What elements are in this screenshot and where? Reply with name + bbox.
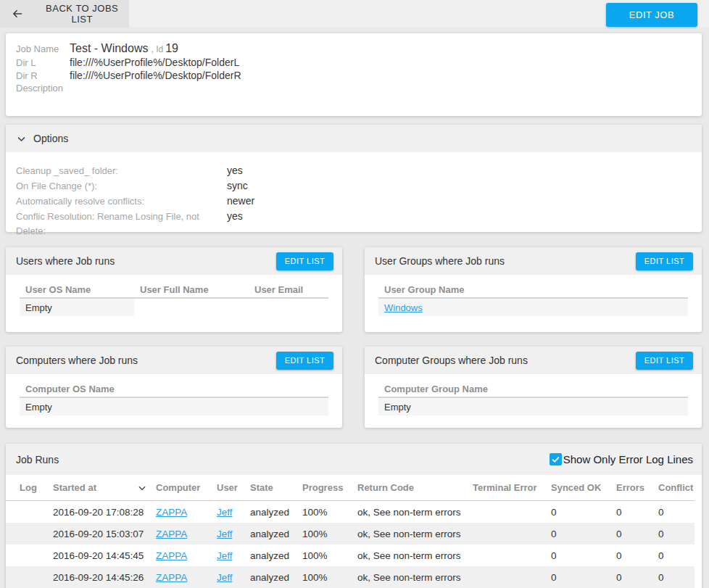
column-progress: Progress [302,482,357,493]
cell-user: Jeff [217,572,250,583]
cell-state: analyzed [250,550,302,561]
computer-link[interactable]: ZAPPA [156,507,187,518]
sort-descending-icon [137,483,147,493]
top-bar: BACK TO JOBS LIST EDIT JOB [0,0,709,28]
edit-user-groups-list-button[interactable]: EDIT LIST [636,252,693,270]
dir-r-value: file:///%UserProfile%/Desktop/FolderR [70,70,692,81]
column-user: User [217,482,250,493]
job-runs-table: Log Started at Computer User State Progr… [6,475,695,588]
computer-link[interactable]: ZAPPA [156,529,187,539]
job-run-row: 2016-09-20 15:03:07 ZAPPA Jeff analyzed … [6,523,695,544]
column-computer-os-name: Computer OS Name [20,384,328,394]
user-link[interactable]: Jeff [217,550,233,561]
back-to-jobs-list-button[interactable]: BACK TO JOBS LIST [0,0,129,28]
cell-started-at: 2016-09-20 17:08:28 [53,507,156,518]
options-title: Options [33,133,68,144]
column-synced-ok: Synced OK [551,482,616,493]
option-value: sync [227,178,692,193]
cell-user: Jeff [217,529,250,539]
computer-groups-panel-header: Computer Groups where Job runs EDIT LIST [365,347,702,374]
cell-return-code: ok, See non-term errors [357,529,473,539]
user-groups-table-header: User Group Name [378,281,688,299]
cell-progress: 100% [302,550,357,561]
user-groups-panel-title: User Groups where Job runs [375,255,505,267]
option-value: newer [227,194,692,208]
option-row: Automatically resolve conflicts: newer [16,194,692,209]
computer-groups-table: Computer Group Name Empty [365,374,702,415]
computers-table: Computer OS Name Empty [6,374,342,415]
job-info-card: Job Name Test - Windows, Id19 Dir L file… [6,33,702,116]
options-card: Options Cleanup _saved_ folder: yes On F… [6,125,702,232]
cell-synced-ok: 0 [551,550,616,561]
cell-errors: 0 [616,550,658,561]
column-return-code: Return Code [357,482,473,493]
dir-r-label: Dir R [16,70,70,81]
column-started-at[interactable]: Started at [53,482,156,493]
user-group-link[interactable]: Windows [384,302,423,313]
edit-computer-groups-list-button[interactable]: EDIT LIST [636,352,693,370]
column-user-os-name: User OS Name [20,284,134,295]
dir-r-row: Dir R file:///%UserProfile%/Desktop/Fold… [16,69,692,82]
users-panel-title: Users where Job runs [16,255,115,267]
users-empty-cell: Empty [20,299,134,316]
cell-started-at: 2016-09-20 14:45:45 [53,550,156,561]
column-state: State [250,482,302,493]
column-errors: Errors [616,482,658,493]
cell-conflict: 0 [658,529,695,539]
cell-progress: 100% [302,529,357,539]
users-panel: Users where Job runs EDIT LIST User OS N… [6,247,342,332]
user-link[interactable]: Jeff [217,572,233,583]
cell-computer: ZAPPA [156,572,217,583]
show-only-error-log-lines-checkbox[interactable] [550,453,562,465]
user-groups-panel-header: User Groups where Job runs EDIT LIST [365,247,702,275]
column-computer-group-name: Computer Group Name [378,384,688,394]
back-button-label: BACK TO JOBS LIST [35,3,129,25]
cell-conflict: 0 [658,507,695,518]
error-log-filter: Show Only Error Log Lines [550,453,693,465]
computer-link[interactable]: ZAPPA [156,572,187,583]
option-row: Cleanup _saved_ folder: yes [16,163,692,178]
edit-job-button[interactable]: EDIT JOB [606,3,697,27]
job-runs-header: Job Runs Show Only Error Log Lines [6,444,702,475]
option-label: Cleanup _saved_ folder: [16,164,227,178]
column-computer: Computer [156,482,217,493]
job-runs-title: Job Runs [16,454,59,465]
cell-errors: 0 [616,507,658,518]
cell-conflict: 0 [658,550,695,561]
cell-user: Jeff [217,507,250,518]
cell-errors: 0 [616,572,658,583]
computers-panel-title: Computers where Job runs [16,355,138,366]
cell-synced-ok: 0 [551,529,616,539]
cell-synced-ok: 0 [551,507,616,518]
edit-computers-list-button[interactable]: EDIT LIST [276,352,333,370]
cell-progress: 100% [302,507,357,518]
options-header[interactable]: Options [6,125,702,152]
cell-conflict: 0 [658,572,695,583]
description-label: Description [16,83,70,94]
user-link[interactable]: Jeff [217,529,233,539]
cell-computer: ZAPPA [156,529,217,539]
users-panel-header: Users where Job runs EDIT LIST [6,247,342,275]
cell-return-code: ok, See non-term errors [357,550,473,561]
error-log-filter-label: Show Only Error Log Lines [563,453,693,465]
job-runs-card: Job Runs Show Only Error Log Lines Log S… [6,444,702,588]
edit-users-list-button[interactable]: EDIT LIST [276,252,333,270]
cell-return-code: ok, See non-term errors [357,507,473,518]
column-user-email: User Email [249,284,328,295]
option-label: Automatically resolve conflicts: [16,194,227,209]
user-group-row: Windows [378,299,688,316]
computer-link[interactable]: ZAPPA [156,550,187,561]
user-link[interactable]: Jeff [217,507,233,518]
column-user-full-name: User Full Name [134,284,249,295]
option-row: On File Change (*): sync [16,178,692,194]
description-row: Description [16,82,692,94]
cell-progress: 100% [302,572,357,583]
job-run-row: 2016-09-20 14:45:26 ZAPPA Jeff analyzed … [6,566,695,588]
job-run-row: 2016-09-20 17:08:28 ZAPPA Jeff analyzed … [6,501,695,523]
cell-user: Jeff [217,550,250,561]
dir-l-row: Dir L file:///%UserProfile%/Desktop/Fold… [16,56,692,69]
back-arrow-icon [11,8,24,20]
column-log: Log [20,482,53,493]
cell-computer: ZAPPA [156,550,217,561]
cell-computer: ZAPPA [156,507,217,518]
